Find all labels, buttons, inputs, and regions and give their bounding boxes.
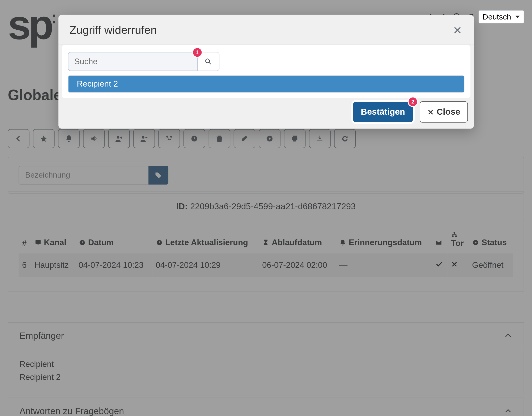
badge-one: 1 [193,48,201,57]
close-icon [427,108,434,115]
modal-title: Zugriff widerrufen [69,23,157,37]
search-input[interactable] [68,52,198,71]
language-select-wrap: Deutsch [479,10,524,23]
close-button[interactable]: Close [420,101,468,123]
revoke-access-modal: Zugriff widerrufen ✕ 1 Recipient 2 Bestä… [58,15,474,129]
svg-point-18 [205,59,209,63]
badge-two: 2 [409,98,417,106]
search-dropdown: Recipient 2 [68,75,464,93]
dropdown-item[interactable]: Recipient 2 [68,76,464,92]
search-icon [204,58,212,66]
language-select[interactable]: Deutsch [479,10,524,23]
modal-close-x[interactable]: ✕ [453,24,462,36]
confirm-button[interactable]: Bestätigen [353,102,413,122]
search-button[interactable] [198,52,219,71]
close-label: Close [437,107,460,117]
